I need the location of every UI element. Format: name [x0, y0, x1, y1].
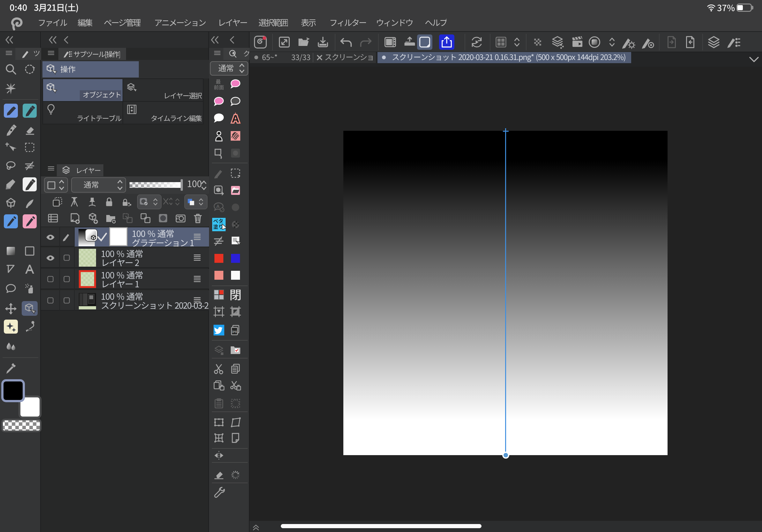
svg-text:jpg: jpg	[232, 329, 237, 333]
svg-text:A: A	[232, 113, 239, 125]
svg-text:A: A	[216, 204, 220, 209]
